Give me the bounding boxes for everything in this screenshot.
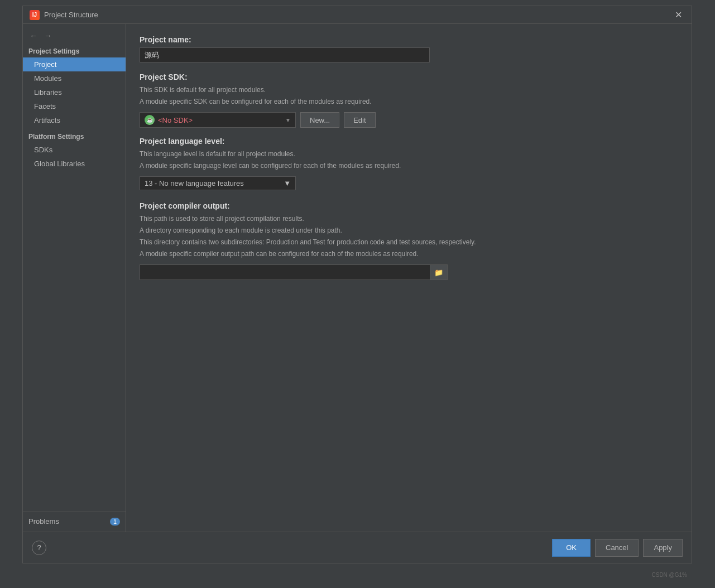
language-section: Project language level: This language le…	[140, 137, 678, 190]
new-sdk-button[interactable]: New...	[300, 112, 339, 128]
edit-sdk-button[interactable]: Edit	[344, 112, 375, 128]
app-icon: IJ	[30, 10, 40, 20]
apply-button[interactable]: Apply	[643, 539, 683, 557]
project-name-label: Project name:	[140, 35, 678, 44]
sdk-row: ☕ <No SDK> ▼ New... Edit	[140, 112, 678, 128]
language-value: 13 - No new language features	[145, 179, 244, 187]
title-bar: IJ Project Structure ✕	[23, 6, 692, 24]
watermark: CSDN @G1%	[652, 572, 688, 578]
footer-right: OK Cancel Apply	[552, 539, 683, 557]
language-title: Project language level:	[140, 137, 678, 146]
sdk-title: Project SDK:	[140, 73, 678, 81]
compiler-section: Project compiler output: This path is us…	[140, 201, 678, 280]
close-button[interactable]: ✕	[671, 8, 685, 22]
help-button[interactable]: ?	[32, 541, 46, 555]
title-bar-left: IJ Project Structure	[30, 10, 98, 20]
compiler-title: Project compiler output:	[140, 201, 678, 210]
sdk-section: Project SDK: This SDK is default for all…	[140, 73, 678, 128]
sidebar-item-facets[interactable]: Facets	[23, 99, 126, 113]
sdk-dropdown-inner: ☕ <No SDK>	[145, 115, 193, 125]
sidebar-item-problems[interactable]: Problems 1	[23, 514, 126, 528]
compiler-input-row: 📁	[140, 264, 678, 280]
compiler-desc1: This path is used to store all project c…	[140, 214, 678, 224]
language-dropdown[interactable]: 13 - No new language features ▼	[140, 176, 296, 190]
main-content: Project name: Project SDK: This SDK is d…	[126, 24, 692, 532]
sdk-desc1: This SDK is default for all project modu…	[140, 85, 678, 95]
sidebar-item-libraries[interactable]: Libraries	[23, 85, 126, 99]
compiler-path-input[interactable]	[140, 264, 430, 280]
sdk-dropdown[interactable]: ☕ <No SDK> ▼	[140, 112, 296, 128]
sidebar-item-global-libraries[interactable]: Global Libraries	[23, 157, 126, 171]
sdk-icon: ☕	[145, 115, 155, 125]
sidebar-item-project[interactable]: Project	[23, 57, 126, 71]
back-button[interactable]: ←	[27, 30, 40, 42]
project-name-input[interactable]	[140, 47, 430, 62]
ok-button[interactable]: OK	[552, 539, 591, 557]
sidebar-item-sdks[interactable]: SDKs	[23, 143, 126, 157]
compiler-desc2: A directory corresponding to each module…	[140, 225, 678, 235]
dialog-footer: ? OK Cancel Apply	[23, 532, 692, 563]
sdk-dropdown-arrow-icon: ▼	[285, 117, 291, 123]
forward-button[interactable]: →	[42, 30, 54, 42]
sidebar-item-modules[interactable]: Modules	[23, 71, 126, 85]
folder-icon: 📁	[434, 268, 443, 277]
compiler-desc3: This directory contains two subdirectori…	[140, 237, 678, 247]
problems-badge: 1	[110, 518, 120, 526]
folder-browse-button[interactable]: 📁	[430, 264, 448, 280]
sidebar-divider	[23, 512, 126, 512]
problems-label: Problems	[28, 517, 59, 526]
language-desc1: This language level is default for all p…	[140, 149, 678, 159]
sdk-desc2: A module specific SDK can be configured …	[140, 97, 678, 107]
dialog-body: ← → Project Settings Project Modules Lib…	[23, 24, 692, 532]
language-desc2: A module specific language level can be …	[140, 161, 678, 171]
nav-arrows: ← →	[23, 27, 126, 44]
sidebar: ← → Project Settings Project Modules Lib…	[23, 24, 126, 532]
sidebar-item-artifacts[interactable]: Artifacts	[23, 113, 126, 127]
cancel-button[interactable]: Cancel	[595, 539, 639, 557]
footer-left: ?	[32, 541, 46, 555]
project-structure-dialog: IJ Project Structure ✕ ← → Project Setti…	[22, 6, 692, 563]
language-dropdown-arrow-icon: ▼	[284, 179, 291, 187]
project-settings-header: Project Settings	[23, 44, 126, 57]
compiler-desc4: A module specific compiler output path c…	[140, 249, 678, 259]
sdk-value: <No SDK>	[158, 116, 193, 124]
platform-settings-header: Platform Settings	[23, 127, 126, 143]
dialog-title: Project Structure	[44, 11, 98, 19]
